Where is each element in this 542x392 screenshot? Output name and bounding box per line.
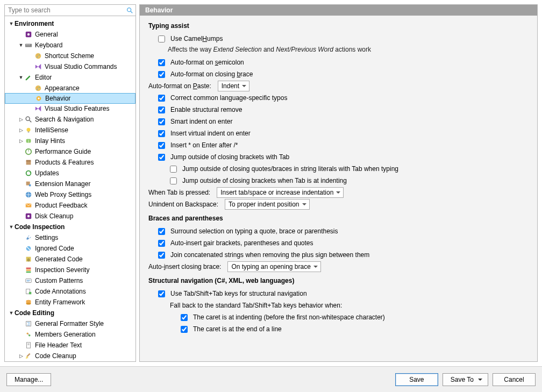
tree-item-inspection-severity[interactable]: ▷Inspection Severity	[5, 265, 136, 275]
tree-item-appearance[interactable]: ▷Appearance	[5, 83, 136, 94]
search-input[interactable]	[7, 6, 126, 15]
tree-item-shortcut-scheme[interactable]: ▷Shortcut Scheme	[5, 51, 136, 61]
checkbox-caret-indent[interactable]	[181, 314, 188, 321]
save-to-button[interactable]: Save To	[443, 373, 488, 386]
checkbox-join-strings[interactable]	[158, 252, 165, 259]
tree-item-custom-patterns[interactable]: ▷Custom Patterns	[5, 275, 136, 286]
tree-item-code-editing[interactable]: ▼Code Editing	[5, 308, 136, 318]
tree-item-products-features[interactable]: ▷Products & Features	[5, 157, 136, 168]
tree-item-environment[interactable]: ▼Environment	[5, 18, 136, 29]
checkbox-caret-eol[interactable]	[181, 326, 188, 333]
checkbox-jump-tab-literal[interactable]	[170, 166, 177, 173]
combo-autoinsert-closing-brace[interactable]: On typing an opening brace	[227, 261, 320, 272]
tree-item-search-navigation[interactable]: ▷Search & Navigation	[5, 114, 136, 125]
label-caret-eol: The caret is at the end of a line	[193, 325, 282, 333]
checkbox-star-on-enter[interactable]	[158, 142, 165, 149]
tree-item-updates[interactable]: ▷Updates	[5, 168, 136, 179]
manage-button[interactable]: Manage...	[6, 373, 51, 386]
svg-line-19	[30, 120, 32, 123]
chevron-down-icon[interactable]: ▼	[8, 310, 15, 316]
tree-item-intellisense[interactable]: ▷IntelliSense	[5, 125, 136, 136]
tree-item-behavior[interactable]: ▷Behavior	[5, 93, 136, 104]
label-unindent-backspace: Unindent on Backspace:	[148, 201, 218, 208]
svg-point-10	[39, 54, 40, 55]
chevron-down-icon[interactable]: ▼	[8, 224, 15, 230]
tree-item-disk-cleanup[interactable]: ▷Disk Cleanup	[5, 211, 136, 222]
severity-icon	[24, 266, 33, 274]
tree-item-code-annotations[interactable]: ▷Code Annotations	[5, 286, 136, 297]
checkbox-autoformat-semicolon[interactable]	[158, 59, 165, 66]
checkbox-jump-tab-indent[interactable]	[170, 177, 177, 184]
tree-item-general[interactable]: ▷General	[5, 29, 136, 40]
label-fallback: Fall back to the standard Tab/Shift+Tab …	[170, 302, 342, 309]
cancel-button[interactable]: Cancel	[493, 373, 536, 386]
svg-point-14	[39, 87, 40, 88]
svg-rect-26	[26, 160, 31, 162]
tree-item-performance-guide[interactable]: ▷Performance Guide	[5, 146, 136, 157]
tree-item-visual-studio-commands[interactable]: ▷Visual Studio Commands	[5, 61, 136, 72]
chevron-down-icon[interactable]: ▼	[8, 21, 15, 26]
tree-item-keyboard[interactable]: ▼Keyboard	[5, 40, 136, 51]
svg-point-8	[35, 53, 41, 59]
tree-item-file-header-text[interactable]: ▷File Header Text	[5, 340, 136, 351]
combo-unindent-backspace[interactable]: To proper indent position	[225, 199, 309, 210]
tree-item-inlay-hints[interactable]: ▷iInlay Hints	[5, 136, 136, 146]
chevron-right-icon[interactable]: ▷	[18, 353, 24, 359]
gear-red-icon	[24, 30, 33, 39]
save-button[interactable]: Save	[395, 373, 438, 386]
tree-item-general-formatter-style[interactable]: ▷General Formatter Style	[5, 318, 136, 329]
checkbox-jump-tab[interactable]	[158, 154, 165, 161]
tree-item-extension-manager[interactable]: ▷Extension Manager	[5, 179, 136, 189]
checkbox-surround-selection[interactable]	[158, 228, 165, 235]
tree-item-settings[interactable]: ▷Settings	[5, 232, 136, 243]
checkbox-correct-typos[interactable]	[158, 95, 165, 102]
tree-item-entity-framework[interactable]: ▷Entity Framework	[5, 297, 136, 308]
tree-item-web-proxy-settings[interactable]: ▷Web Proxy Settings	[5, 189, 136, 200]
checkbox-smart-indent[interactable]	[158, 118, 165, 125]
tree-label: General	[35, 31, 58, 38]
svg-line-1	[131, 11, 133, 13]
chevron-right-icon[interactable]: ▷	[18, 127, 24, 133]
tree-item-members-generation[interactable]: ▷Members Generation	[5, 329, 136, 340]
label-autoinsert-closing-brace: Auto-insert closing brace:	[148, 263, 221, 270]
label-autoformat-semicolon: Auto-format on semicolon	[170, 59, 244, 66]
tree-label: Products & Features	[35, 159, 94, 166]
tree-label: Ignored Code	[35, 245, 74, 252]
tree-label: Entity Framework	[35, 298, 85, 306]
combo-tab-pressed[interactable]: Insert tab/space or increase indentation	[217, 187, 344, 198]
broom-icon	[24, 352, 33, 360]
chevron-right-icon[interactable]: ▷	[18, 138, 24, 144]
tree-label: Visual Studio Commands	[45, 63, 117, 70]
settings-panel[interactable]: Typing assist Use CamelHumps Affects the…	[140, 16, 537, 361]
ext-icon	[24, 180, 33, 188]
tree-label: Keyboard	[35, 41, 62, 49]
search-row[interactable]	[4, 4, 136, 16]
label-join-strings: Join concatenated strings when removing …	[170, 251, 369, 259]
globe-icon	[24, 190, 33, 199]
tree-item-generated-code[interactable]: ▷{}Generated Code	[5, 254, 136, 265]
label-jump-tab: Jump outside of closing brackets with Ta…	[170, 153, 289, 161]
vs-icon	[34, 104, 42, 113]
checkbox-virtual-indent[interactable]	[158, 130, 165, 137]
checkbox-structural-remove[interactable]	[158, 106, 165, 113]
tree-item-ignored-code[interactable]: ▷Ignored Code	[5, 243, 136, 254]
chevron-down-icon[interactable]: ▼	[18, 42, 24, 48]
combo-autoformat-paste[interactable]: Indent	[218, 81, 249, 91]
tree-item-editor[interactable]: ▼Editor	[5, 72, 136, 83]
checkbox-camelhumps[interactable]	[158, 35, 165, 42]
tree-item-visual-studio-features[interactable]: ▷Visual Studio Features	[5, 103, 136, 114]
tree-item-code-inspection[interactable]: ▼Code Inspection	[5, 222, 136, 232]
annot-icon	[24, 287, 33, 296]
nav-tree[interactable]: ▼Environment▷General▼Keyboard▷Shortcut S…	[4, 16, 136, 362]
chevron-right-icon[interactable]: ▷	[18, 117, 24, 122]
chevron-down-icon[interactable]: ▼	[18, 75, 24, 80]
svg-rect-40	[26, 272, 31, 273]
checkbox-autoinsert-pair[interactable]	[158, 240, 165, 247]
checkbox-structural-nav[interactable]	[158, 290, 165, 297]
svg-point-17	[38, 97, 40, 99]
checkbox-autoformat-brace[interactable]	[158, 71, 165, 78]
tree-item-product-feedback[interactable]: ▷Product Feedback	[5, 200, 136, 211]
tree-label: Custom Patterns	[35, 277, 83, 284]
svg-point-18	[26, 117, 30, 120]
tree-item-code-cleanup[interactable]: ▷Code Cleanup	[5, 351, 136, 361]
